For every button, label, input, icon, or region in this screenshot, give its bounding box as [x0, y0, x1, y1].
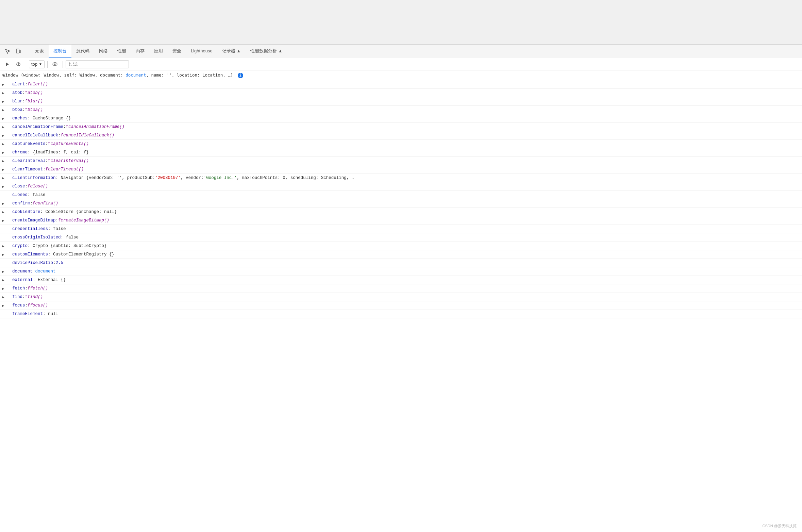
expand-arrow-crypto[interactable]: ▶ — [2, 243, 4, 250]
console-line-external: ▶ external: External {} — [0, 276, 802, 284]
console-line-alert: ▶ alert: f alert() — [0, 80, 802, 89]
expand-arrow-blur[interactable]: ▶ — [2, 98, 4, 105]
console-line-blur: ▶ blur: f blur() — [0, 97, 802, 106]
devtools-panel: 元素 控制台 源代码 网络 性能 内存 应用 安全 Lighthouse 记录器… — [0, 44, 802, 532]
console-line-cancelIdleCallback: ▶ cancelIdleCallback: f cancelIdleCallba… — [0, 131, 802, 140]
console-line-window: ▼ Window {window: Window, self: Window, … — [0, 70, 802, 80]
svg-point-6 — [54, 64, 56, 65]
expand-arrow-document[interactable]: ▶ — [2, 268, 4, 275]
console-line-crypto: ▶ crypto: Crypto {subtle: SubtleCrypto} — [0, 242, 802, 250]
tab-recorder[interactable]: 记录器 ▲ — [217, 45, 246, 58]
inspect-icon[interactable] — [3, 47, 12, 56]
expand-arrow-clientInformation[interactable]: ▶ — [2, 175, 4, 182]
browser-top-bar — [0, 0, 802, 44]
tab-performance[interactable]: 性能 — [113, 45, 131, 58]
tab-application[interactable]: 应用 — [149, 45, 168, 58]
toolbar-divider-3 — [63, 61, 63, 68]
console-line-customElements: ▶ customElements: CustomElementRegistry … — [0, 250, 802, 259]
console-line-confirm: ▶ confirm: f confirm() — [0, 199, 802, 208]
info-icon[interactable]: i — [238, 73, 243, 78]
expand-arrow-external[interactable]: ▶ — [2, 277, 4, 284]
filter-input[interactable] — [66, 60, 129, 68]
expand-arrow-alert[interactable]: ▶ — [2, 81, 4, 88]
tab-network[interactable]: 网络 — [94, 45, 113, 58]
expand-arrow-captureEvents[interactable]: ▶ — [2, 141, 4, 148]
eye-button[interactable] — [50, 60, 60, 69]
console-line-cookieStore: ▶ cookieStore: CookieStore {onchange: nu… — [0, 208, 802, 216]
tab-memory[interactable]: 内存 — [131, 45, 149, 58]
expand-arrow-customElements[interactable]: ▶ — [2, 251, 4, 258]
tab-console[interactable]: 控制台 — [49, 45, 71, 58]
expand-arrow-close[interactable]: ▶ — [2, 183, 4, 190]
console-line-credentialless: credentialless: false — [0, 225, 802, 233]
toolbar-divider-2 — [47, 61, 48, 68]
console-line-atob: ▶ atob: f atob() — [0, 89, 802, 97]
console-line-clearInterval: ▶ clearInterval: f clearInterval() — [0, 157, 802, 165]
expand-arrow-cancelIdleCallback[interactable]: ▶ — [2, 132, 4, 139]
context-selector[interactable]: top ▼ — [29, 60, 45, 68]
expand-arrow-btoa[interactable]: ▶ — [2, 107, 4, 114]
tab-perfdata[interactable]: 性能数据分析 ▲ — [246, 45, 287, 58]
console-output: ▼ Window {window: Window, self: Window, … — [0, 70, 802, 532]
svg-marker-2 — [6, 63, 9, 66]
run-button[interactable] — [3, 60, 12, 69]
console-line-document: ▶ document: document — [0, 267, 802, 276]
expand-arrow-atob[interactable]: ▶ — [2, 90, 4, 97]
console-line-caches: ▶ caches: CacheStorage {} — [0, 114, 802, 123]
expand-arrow-createImageBitmap[interactable]: ▶ — [2, 217, 4, 224]
console-line-crossOriginIsolated: crossOriginIsolated: false — [0, 233, 802, 242]
console-line-chrome: ▶ chrome: {loadTimes: f, csi: f} — [0, 148, 802, 157]
tab-divider-1 — [28, 48, 28, 55]
console-line-clientInformation: ▶ clientInformation: Navigator {vendorSu… — [0, 174, 802, 182]
stop-button[interactable] — [14, 60, 23, 69]
console-line-frameElement: frameElement: null — [0, 310, 802, 318]
console-line-btoa: ▶ btoa: f btoa() — [0, 106, 802, 114]
expand-arrow-window[interactable]: ▼ — [2, 71, 4, 80]
console-line-captureEvents: ▶ captureEvents: f captureEvents() — [0, 140, 802, 148]
tab-elements[interactable]: 元素 — [30, 45, 49, 58]
console-line-devicePixelRatio: devicePixelRatio: 2.5 — [0, 259, 802, 267]
svg-rect-1 — [19, 50, 20, 53]
device-toggle-icon[interactable] — [14, 47, 23, 56]
expand-arrow-caches[interactable]: ▶ — [2, 115, 4, 122]
console-line-clearTimeout: ▶ clearTimeout: f clearTimeout() — [0, 165, 802, 174]
expand-arrow-focus[interactable]: ▶ — [2, 302, 4, 309]
console-line-fetch: ▶ fetch: f fetch() — [0, 284, 802, 293]
console-toolbar: top ▼ — [0, 58, 802, 70]
console-line-closed: closed: false — [0, 191, 802, 199]
expand-arrow-cancelAnimationFrame[interactable]: ▶ — [2, 124, 4, 131]
console-line-find: ▶ find: f find() — [0, 293, 802, 301]
devtools-tab-bar: 元素 控制台 源代码 网络 性能 内存 应用 安全 Lighthouse 记录器… — [0, 45, 802, 58]
tab-security[interactable]: 安全 — [168, 45, 186, 58]
console-line-close: ▶ close: f close() — [0, 182, 802, 191]
tab-lighthouse[interactable]: Lighthouse — [186, 45, 217, 58]
tab-bar-icon-group — [3, 47, 23, 56]
expand-arrow-find[interactable]: ▶ — [2, 294, 4, 301]
expand-arrow-fetch[interactable]: ▶ — [2, 285, 4, 292]
console-line-focus: ▶ focus: f focus() — [0, 301, 802, 310]
console-line-cancelAnimationFrame: ▶ cancelAnimationFrame: f cancelAnimatio… — [0, 123, 802, 131]
expand-arrow-chrome[interactable]: ▶ — [2, 149, 4, 156]
expand-arrow-clearTimeout[interactable]: ▶ — [2, 166, 4, 173]
expand-arrow-confirm[interactable]: ▶ — [2, 200, 4, 207]
context-dropdown-icon: ▼ — [39, 62, 42, 66]
console-line-createImageBitmap: ▶ createImageBitmap: f createImageBitmap… — [0, 216, 802, 225]
expand-arrow-clearInterval[interactable]: ▶ — [2, 158, 4, 165]
expand-arrow-cookieStore[interactable]: ▶ — [2, 209, 4, 216]
toolbar-divider-1 — [26, 61, 26, 68]
tab-sources[interactable]: 源代码 — [71, 45, 94, 58]
svg-rect-0 — [16, 49, 19, 53]
watermark: CSDN @景天科技苑 — [763, 523, 797, 529]
